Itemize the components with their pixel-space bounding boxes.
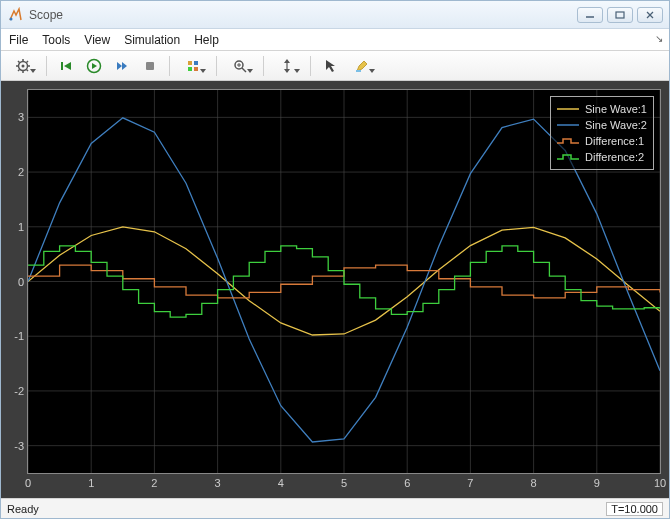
ytick-label: 0: [10, 276, 24, 288]
menu-file[interactable]: File: [9, 33, 28, 47]
svg-rect-2: [616, 12, 624, 18]
play-icon: [86, 58, 102, 74]
ytick-label: -1: [10, 330, 24, 342]
ytick-label: -2: [10, 385, 24, 397]
xtick-label: 8: [531, 477, 537, 489]
window-controls: [577, 7, 663, 23]
step-forward-button[interactable]: [110, 55, 134, 77]
highlight-button[interactable]: [346, 55, 378, 77]
menubar-overflow-icon[interactable]: ↘: [655, 33, 663, 44]
svg-line-12: [27, 69, 29, 71]
ytick-label: -3: [10, 440, 24, 452]
legend-label: Difference:2: [585, 151, 644, 163]
svg-marker-18: [92, 63, 97, 69]
scale-y-button[interactable]: [271, 55, 303, 77]
svg-rect-35: [356, 70, 361, 72]
xtick-label: 5: [341, 477, 347, 489]
svg-line-14: [27, 61, 29, 63]
gear-icon: [15, 58, 31, 74]
svg-marker-32: [284, 69, 290, 73]
ytick-label: 2: [10, 166, 24, 178]
svg-marker-34: [357, 61, 367, 71]
menu-help[interactable]: Help: [194, 33, 219, 47]
svg-rect-24: [188, 67, 192, 71]
window-title: Scope: [29, 8, 577, 22]
highlight-icon: [354, 58, 370, 74]
sim-time: T=10.000: [606, 502, 663, 516]
xtick-label: 10: [654, 477, 666, 489]
legend-label: Difference:1: [585, 135, 644, 147]
trigger-button[interactable]: [177, 55, 209, 77]
legend-swatch: [557, 152, 579, 162]
plot-inner: Sine Wave:1Sine Wave:2Difference:1Differ…: [27, 89, 661, 474]
zoom-icon: [232, 58, 248, 74]
ytick-label: 3: [10, 111, 24, 123]
legend-item[interactable]: Sine Wave:1: [557, 101, 647, 117]
legend-item[interactable]: Difference:2: [557, 149, 647, 165]
svg-line-27: [242, 68, 246, 72]
statusbar: Ready T=10.000: [1, 498, 669, 518]
xtick-label: 3: [215, 477, 221, 489]
stop-button[interactable]: [138, 55, 162, 77]
legend-swatch: [557, 104, 579, 114]
stop-icon: [142, 58, 158, 74]
cursor-icon: [322, 58, 338, 74]
svg-rect-23: [194, 61, 198, 65]
run-button[interactable]: [82, 55, 106, 77]
svg-rect-22: [188, 61, 192, 65]
xtick-label: 0: [25, 477, 31, 489]
menu-tools[interactable]: Tools: [42, 33, 70, 47]
legend-swatch: [557, 136, 579, 146]
svg-marker-33: [326, 60, 335, 72]
svg-marker-16: [64, 62, 71, 70]
step-back-button[interactable]: [54, 55, 78, 77]
step-back-icon: [58, 58, 74, 74]
ytick-label: 1: [10, 221, 24, 233]
scale-y-icon: [279, 58, 295, 74]
menu-view[interactable]: View: [84, 33, 110, 47]
xtick-label: 6: [404, 477, 410, 489]
configure-button[interactable]: [7, 55, 39, 77]
legend[interactable]: Sine Wave:1Sine Wave:2Difference:1Differ…: [550, 96, 654, 170]
svg-point-6: [22, 64, 25, 67]
legend-swatch: [557, 120, 579, 130]
xtick-label: 4: [278, 477, 284, 489]
svg-line-13: [18, 69, 20, 71]
svg-line-11: [18, 61, 20, 63]
xtick-label: 7: [467, 477, 473, 489]
svg-rect-21: [146, 62, 154, 70]
svg-rect-25: [194, 67, 198, 71]
legend-label: Sine Wave:2: [585, 119, 647, 131]
menu-simulation[interactable]: Simulation: [124, 33, 180, 47]
legend-label: Sine Wave:1: [585, 103, 647, 115]
legend-item[interactable]: Sine Wave:2: [557, 117, 647, 133]
xtick-label: 1: [88, 477, 94, 489]
svg-marker-20: [122, 62, 127, 70]
plot-area: Sine Wave:1Sine Wave:2Difference:1Differ…: [1, 81, 669, 498]
step-forward-icon: [114, 58, 130, 74]
status-text: Ready: [7, 503, 606, 515]
axes[interactable]: Sine Wave:1Sine Wave:2Difference:1Differ…: [27, 89, 661, 474]
svg-rect-15: [61, 62, 63, 70]
minimize-button[interactable]: [577, 7, 603, 23]
maximize-button[interactable]: [607, 7, 633, 23]
toolbar: [1, 51, 669, 81]
xtick-label: 2: [151, 477, 157, 489]
trigger-icon: [185, 58, 201, 74]
cursors-button[interactable]: [318, 55, 342, 77]
scope-window: Scope File Tools View Simulation Help ↘: [0, 0, 670, 519]
matlab-icon: [7, 7, 23, 23]
xtick-label: 9: [594, 477, 600, 489]
legend-item[interactable]: Difference:1: [557, 133, 647, 149]
svg-marker-19: [117, 62, 122, 70]
close-button[interactable]: [637, 7, 663, 23]
svg-point-0: [10, 17, 13, 20]
menubar: File Tools View Simulation Help ↘: [1, 29, 669, 51]
zoom-button[interactable]: [224, 55, 256, 77]
titlebar: Scope: [1, 1, 669, 29]
svg-marker-31: [284, 59, 290, 63]
